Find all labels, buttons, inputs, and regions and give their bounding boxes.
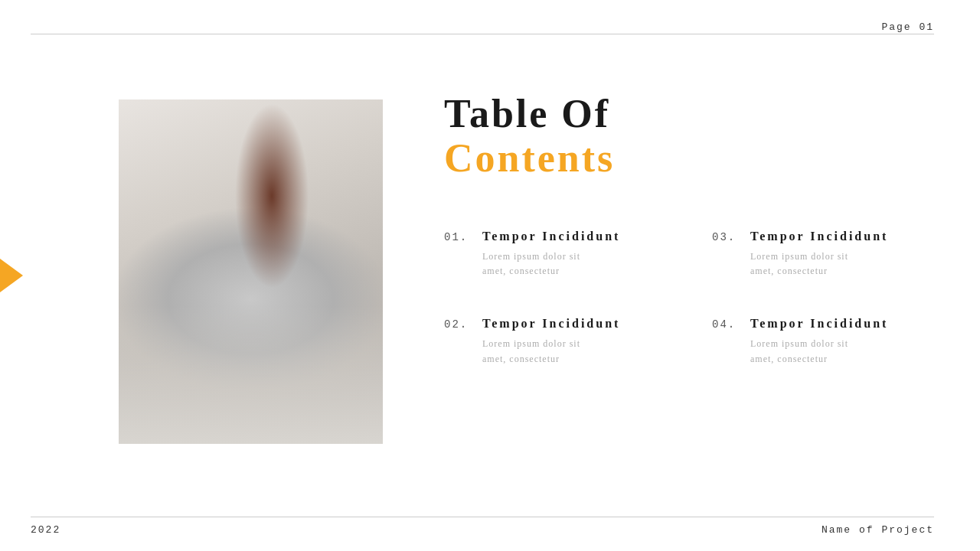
item-title-1: Tempor Incididunt	[482, 230, 620, 243]
item-number-4: 04.	[712, 317, 740, 331]
item-desc-1: Lorem ipsum dolor sit amet, consectetur	[482, 249, 620, 279]
item-title-3: Tempor Incididunt	[482, 317, 620, 331]
item-number-2: 03.	[712, 230, 740, 243]
item-title-4: Tempor Incididunt	[750, 317, 888, 331]
item-title-2: Tempor Incididunt	[750, 230, 888, 243]
photo-placeholder	[119, 99, 383, 444]
title-line2: Contents	[444, 135, 934, 181]
toc-item-2: 03.Tempor IncididuntLorem ipsum dolor si…	[712, 230, 934, 279]
item-desc-4: Lorem ipsum dolor sit amet, consectetur	[750, 337, 888, 366]
page-number: Page 01	[881, 21, 934, 33]
item-number-3: 02.	[444, 317, 472, 331]
hero-image	[119, 99, 383, 444]
toc-item-1: 01.Tempor IncididuntLorem ipsum dolor si…	[444, 230, 666, 279]
item-desc-2: Lorem ipsum dolor sit amet, consectetur	[750, 249, 888, 279]
item-content-4: Tempor IncididuntLorem ipsum dolor sit a…	[750, 317, 888, 366]
item-number-1: 01.	[444, 230, 472, 243]
item-desc-3: Lorem ipsum dolor sit amet, consectetur	[482, 337, 620, 366]
nav-arrow-icon[interactable]	[0, 259, 23, 292]
footer-project: Name of Project	[822, 524, 934, 536]
item-content-3: Tempor IncididuntLorem ipsum dolor sit a…	[482, 317, 620, 366]
footer-year: 2022	[31, 524, 60, 536]
toc-item-4: 04.Tempor IncididuntLorem ipsum dolor si…	[712, 317, 934, 366]
item-content-2: Tempor IncididuntLorem ipsum dolor sit a…	[750, 230, 888, 279]
bottom-rule	[31, 517, 934, 517]
toc-grid: 01.Tempor IncididuntLorem ipsum dolor si…	[444, 230, 934, 367]
item-content-1: Tempor IncididuntLorem ipsum dolor sit a…	[482, 230, 620, 279]
title-line1: Table Of	[444, 92, 934, 135]
top-rule	[31, 34, 934, 34]
toc-item-3: 02.Tempor IncididuntLorem ipsum dolor si…	[444, 317, 666, 366]
title-area: Table Of Contents	[444, 92, 934, 181]
